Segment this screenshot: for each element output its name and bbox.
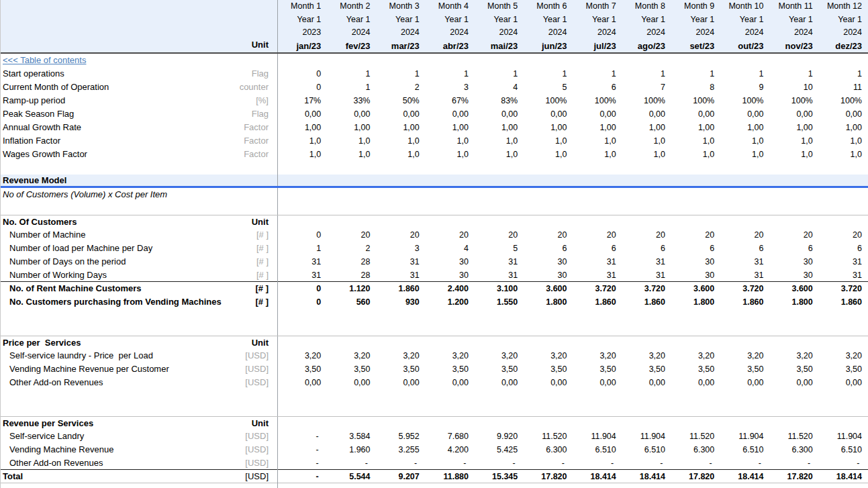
data-cell[interactable]: 18.414 (622, 470, 671, 483)
data-cell[interactable]: 3.100 (475, 282, 524, 295)
data-cell[interactable]: 8 (671, 81, 720, 94)
data-cell[interactable]: 1 (327, 67, 376, 81)
data-cell[interactable] (377, 54, 426, 67)
data-cell[interactable]: 18.414 (819, 470, 868, 483)
data-cell[interactable] (475, 417, 524, 430)
data-cell[interactable] (671, 483, 720, 488)
data-cell[interactable]: 20 (524, 228, 573, 242)
data-cell[interactable]: 31 (622, 255, 671, 269)
data-cell[interactable] (524, 215, 573, 228)
data-cell[interactable] (622, 215, 671, 228)
data-cell[interactable] (671, 188, 720, 201)
data-cell[interactable] (377, 175, 426, 186)
data-cell[interactable]: 3,50 (573, 362, 622, 376)
data-cell[interactable]: 83% (475, 94, 524, 107)
data-cell[interactable] (475, 483, 524, 488)
data-cell[interactable] (524, 161, 573, 175)
data-cell[interactable]: 1,0 (475, 134, 524, 148)
data-cell[interactable] (524, 54, 573, 67)
data-cell[interactable] (327, 336, 376, 349)
data-cell[interactable]: 1,00 (671, 121, 720, 134)
data-cell[interactable]: 1 (475, 67, 524, 81)
data-cell[interactable]: 3,50 (671, 362, 720, 376)
data-cell[interactable] (524, 389, 573, 403)
data-cell[interactable] (377, 215, 426, 228)
data-cell[interactable]: 28 (327, 269, 376, 282)
data-cell[interactable]: 6.510 (819, 443, 868, 456)
data-cell[interactable]: 0,00 (671, 107, 720, 121)
data-cell[interactable]: 1,0 (770, 148, 819, 161)
data-cell[interactable]: 15.345 (475, 470, 524, 483)
data-cell[interactable] (475, 188, 524, 201)
data-cell[interactable]: - (720, 456, 769, 470)
data-cell[interactable]: 1,0 (622, 134, 671, 148)
data-cell[interactable] (475, 215, 524, 228)
data-cell[interactable] (524, 322, 573, 336)
data-cell[interactable]: 1,0 (622, 148, 671, 161)
data-cell[interactable]: 31 (475, 269, 524, 282)
data-cell[interactable]: 0,00 (720, 107, 769, 121)
data-cell[interactable]: 3,20 (720, 349, 769, 362)
data-cell[interactable]: 3,50 (278, 362, 327, 376)
data-cell[interactable]: 18.414 (720, 470, 769, 483)
data-cell[interactable]: 1.200 (426, 295, 475, 309)
data-cell[interactable] (720, 175, 769, 186)
data-cell[interactable] (524, 309, 573, 322)
data-cell[interactable]: 1,0 (819, 134, 868, 148)
data-cell[interactable] (573, 54, 622, 67)
data-cell[interactable]: 0 (278, 282, 327, 295)
data-cell[interactable]: 0,00 (819, 376, 868, 389)
data-cell[interactable] (426, 161, 475, 175)
data-cell[interactable]: 30 (770, 255, 819, 269)
data-cell[interactable] (622, 309, 671, 322)
data-cell[interactable]: 6.510 (622, 443, 671, 456)
data-cell[interactable]: 1,0 (327, 148, 376, 161)
data-cell[interactable] (278, 483, 327, 488)
data-cell[interactable]: 11.520 (770, 430, 819, 443)
data-cell[interactable]: 0,00 (573, 376, 622, 389)
data-cell[interactable]: 11.904 (573, 430, 622, 443)
data-cell[interactable]: 1.860 (720, 295, 769, 309)
data-cell[interactable]: 3,20 (819, 349, 868, 362)
data-cell[interactable]: 0,00 (278, 376, 327, 389)
data-cell[interactable]: 17.820 (524, 470, 573, 483)
data-cell[interactable] (278, 322, 327, 336)
data-cell[interactable]: 2 (377, 81, 426, 94)
data-cell[interactable]: 1,00 (573, 121, 622, 134)
data-cell[interactable] (720, 215, 769, 228)
data-cell[interactable] (573, 201, 622, 215)
data-cell[interactable]: 17.820 (671, 470, 720, 483)
data-cell[interactable]: 1 (377, 67, 426, 81)
data-cell[interactable]: 1,0 (573, 134, 622, 148)
data-cell[interactable]: 1,0 (573, 148, 622, 161)
data-cell[interactable]: 3.720 (622, 282, 671, 295)
data-cell[interactable]: 6 (819, 242, 868, 255)
data-cell[interactable] (671, 322, 720, 336)
data-cell[interactable] (573, 322, 622, 336)
table-of-contents-link[interactable]: <<< Table of contents (3, 54, 86, 67)
data-cell[interactable]: 1,0 (524, 134, 573, 148)
data-cell[interactable] (819, 309, 868, 322)
data-cell[interactable] (327, 483, 376, 488)
data-cell[interactable]: 1,0 (819, 148, 868, 161)
data-cell[interactable] (278, 54, 327, 67)
data-cell[interactable]: 1 (278, 242, 327, 255)
data-cell[interactable] (426, 175, 475, 186)
data-cell[interactable] (720, 389, 769, 403)
data-cell[interactable] (327, 201, 376, 215)
data-cell[interactable] (770, 215, 819, 228)
data-cell[interactable] (327, 389, 376, 403)
data-cell[interactable]: - (278, 470, 327, 483)
data-cell[interactable]: 30 (524, 269, 573, 282)
data-cell[interactable]: 3.255 (377, 443, 426, 456)
data-cell[interactable]: 0,00 (524, 376, 573, 389)
data-cell[interactable] (622, 403, 671, 416)
data-cell[interactable]: 31 (622, 269, 671, 282)
data-cell[interactable]: 11.904 (720, 430, 769, 443)
data-cell[interactable]: 30 (426, 269, 475, 282)
data-cell[interactable]: 6 (720, 242, 769, 255)
data-cell[interactable]: 1,0 (671, 134, 720, 148)
data-cell[interactable]: 1 (524, 67, 573, 81)
data-cell[interactable] (720, 417, 769, 430)
data-cell[interactable] (819, 161, 868, 175)
